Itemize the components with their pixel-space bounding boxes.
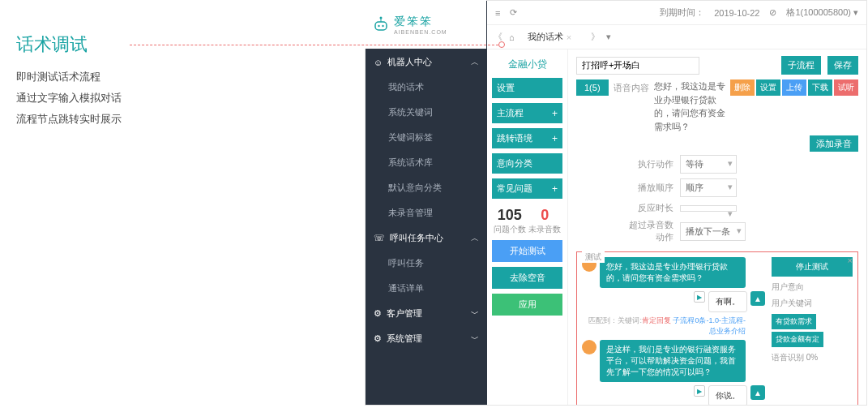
sidebar-group-call[interactable]: ☏呼叫任务中心 ︿ [366, 225, 487, 251]
gear-icon: ⚙ [374, 333, 382, 344]
bot-message: 您好，我这边是专业办理银行贷款的，请问您有资金需求吗？ [600, 257, 746, 288]
script-panel: 金融小贷 设置 主流程+ 跳转语境+ 意向分类 常见问题+ 105问题个数 0未… [487, 49, 568, 405]
duration-label: 反应时长 [625, 202, 673, 214]
play-icon[interactable]: ▶ [694, 291, 705, 303]
apply-button[interactable]: 应用 [492, 294, 562, 316]
btn-mainflow[interactable]: 主流程+ [492, 103, 562, 123]
chevron-up-icon: ︿ [471, 57, 479, 68]
sidebar-group-label: 呼叫任务中心 [390, 232, 443, 244]
add-recording-button[interactable]: 添加录音 [810, 135, 858, 152]
save-button[interactable]: 保存 [827, 56, 858, 75]
keyword-tag: 有贷款需求 [772, 314, 816, 329]
user-icon: ⚙ [374, 308, 382, 319]
keyword-label: 用户关键词 [772, 298, 853, 309]
test-header: 测试 [582, 251, 605, 263]
sidebar-item-intent[interactable]: 默认意向分类 [366, 175, 487, 200]
annotation-line: 流程节点跳转实时展示 [16, 112, 178, 127]
sidebar-group-label: 机器人中心 [387, 56, 432, 68]
question-count: 105 [494, 207, 526, 224]
sidebar-group-system[interactable]: ⚙系统管理 ﹀ [366, 326, 487, 351]
btn-jump[interactable]: 跳转语境+ [492, 128, 562, 148]
bot-message: 是这样，我们是专业的银行融资服务平台，可以帮助解决资金问题，我首先了解一下您的情… [600, 340, 746, 382]
btn-intent[interactable]: 意向分类 [492, 153, 562, 174]
expire-date: 2019-10-22 [714, 8, 759, 18]
sidebar-item-task[interactable]: 呼叫任务 [366, 251, 487, 276]
forward-icon[interactable]: 》 [591, 31, 600, 43]
sidebar: ☺机器人中心 ︿ 我的话术 系统关键词 关键词标签 系统话术库 默认意向分类 未… [366, 1, 487, 405]
action-select[interactable]: 等待 [680, 155, 737, 174]
menu-icon[interactable]: ≡ [495, 8, 500, 18]
sidebar-item-tag[interactable]: 关键词标签 [366, 125, 487, 150]
overflow-label: 超过录音数动作 [625, 219, 673, 243]
annotation-line: 即时测试话术流程 [16, 70, 178, 84]
settings-pill[interactable]: 设置 [756, 79, 780, 96]
robot-icon: ☺ [374, 58, 383, 67]
chevron-down-icon[interactable]: ▾ [606, 32, 611, 42]
pointer-dot [498, 41, 505, 48]
sidebar-group-label: 系统管理 [387, 333, 422, 345]
sidebar-item-lib[interactable]: 系统话术库 [366, 150, 487, 175]
action-label: 执行动作 [625, 158, 673, 170]
script-name: 金融小贷 [492, 56, 562, 73]
sidebar-item-detail[interactable]: 通话详单 [366, 276, 487, 301]
step-badge[interactable]: 1(5) [576, 79, 609, 96]
question-count-label: 问题个数 [494, 224, 526, 235]
preview-pill[interactable]: 试听 [834, 79, 858, 96]
user-message: 有啊。 [708, 291, 747, 312]
tab-script[interactable]: 我的话术× [521, 28, 578, 46]
tag-icon[interactable]: ⊘ [769, 7, 776, 18]
play-icon[interactable]: ▶ [694, 385, 705, 397]
refresh-icon[interactable]: ⟳ [510, 7, 517, 18]
user-message: 你说。 [708, 385, 747, 405]
unrecorded-count-label: 未录音数 [528, 224, 561, 235]
annotation-line: 通过文字输入模拟对话 [16, 91, 178, 105]
stop-test-button[interactable]: 停止测试 [772, 257, 853, 277]
speech-label: 语音内容 [614, 79, 649, 94]
svg-rect-2 [375, 22, 387, 30]
overflow-select[interactable]: 播放下一条 [680, 222, 746, 241]
topbar: ≡ ⟳ 到期时间： 2019-10-22 ⊘ 格1(100005800) ▾ [487, 1, 866, 25]
logo: 爱笨笨 AIBENBEN.COM [365, 0, 486, 49]
sidebar-item-script[interactable]: 我的话术 [366, 75, 487, 100]
sidebar-item-record[interactable]: 未录音管理 [366, 200, 487, 225]
chevron-down-icon: ﹀ [471, 333, 479, 345]
sidebar-group-customer[interactable]: ⚙客户管理 ﹀ [366, 301, 487, 326]
tabbar: 《 ⌂ 我的话术× 》 ▾ [487, 25, 866, 49]
editor-panel: 子流程 保存 1(5) 语音内容 您好，我这边是专业办理银行贷款的，请问您有资金… [568, 49, 866, 405]
home-icon[interactable]: ⌂ [509, 32, 515, 42]
pointer-line [130, 45, 502, 45]
clear-silence-button[interactable]: 去除空音 [492, 267, 562, 289]
plus-icon[interactable]: + [552, 108, 558, 119]
asr-label: 语音识别 0% [772, 352, 853, 363]
order-select[interactable]: 顺序 [680, 178, 737, 197]
user-avatar: ▲ [750, 385, 765, 400]
download-pill[interactable]: 下载 [808, 79, 832, 96]
user-avatar: ▲ [750, 291, 765, 306]
sidebar-group-robot[interactable]: ☺机器人中心 ︿ [366, 49, 487, 75]
chevron-up-icon: ︿ [471, 233, 479, 244]
duration-select[interactable] [680, 205, 737, 212]
order-label: 播放顺序 [625, 182, 673, 194]
expire-label: 到期时间： [660, 6, 704, 19]
user-dropdown[interactable]: 格1(100005800) ▾ [786, 6, 858, 19]
start-test-button[interactable]: 开始测试 [492, 240, 562, 262]
chat-area: 您好，我这边是专业办理银行贷款的，请问您有资金需求吗？ ▶有啊。▲ 匹配到：关键… [582, 257, 765, 405]
speech-text: 您好，我这边是专业办理银行贷款的，请问您有资金需求吗？ [654, 79, 725, 133]
test-side: 停止测试 用户意向 用户关键词 有贷款需求 贷款金额有定 语音识别 0% [772, 257, 853, 405]
svg-point-4 [382, 25, 383, 27]
subflow-button[interactable]: 子流程 [781, 56, 821, 75]
btn-settings[interactable]: 设置 [492, 78, 562, 98]
close-icon[interactable]: × [848, 256, 853, 265]
plus-icon[interactable]: + [552, 183, 558, 195]
btn-faq[interactable]: 常见问题+ [492, 178, 562, 199]
close-icon[interactable]: × [567, 32, 571, 42]
plus-icon[interactable]: + [552, 133, 558, 144]
test-panel: 测试 × 您好，我这边是专业办理银行贷款的，请问您有资金需求吗？ ▶有啊。▲ 匹… [576, 251, 858, 405]
sidebar-item-keyword[interactable]: 系统关键词 [366, 100, 487, 125]
node-title-input[interactable] [576, 57, 699, 75]
unrecorded-count: 0 [528, 207, 561, 224]
logo-text-cn: 爱笨笨 [394, 15, 447, 29]
upload-pill[interactable]: 上传 [782, 79, 806, 96]
intent-label: 用户意向 [772, 281, 853, 293]
delete-pill[interactable]: 删除 [730, 79, 755, 96]
